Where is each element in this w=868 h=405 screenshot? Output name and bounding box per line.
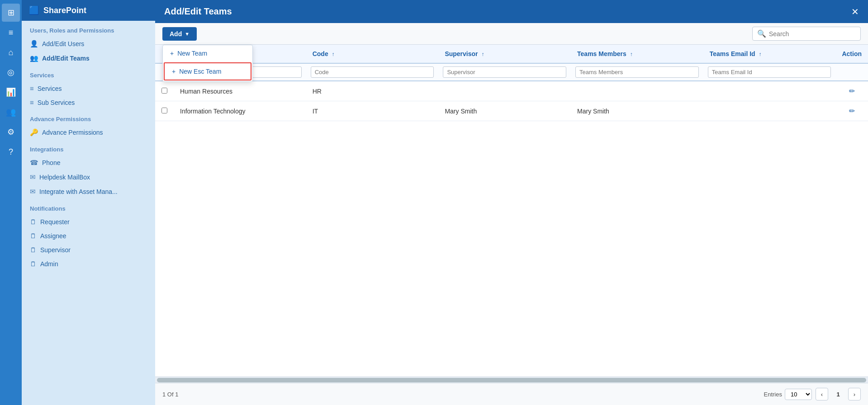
grid-icon[interactable]: ⊞ bbox=[2, 4, 20, 22]
sub-services-icon: ≡ bbox=[30, 99, 34, 106]
table-footer: 1 Of 1 Entries 10 25 50 100 ‹ 1 › bbox=[155, 383, 868, 405]
cell-teams-email-0 bbox=[703, 81, 836, 101]
chevron-down-icon: ▼ bbox=[185, 31, 190, 37]
table-header-row: Name ↑ Code ↑ Supervisor ↑ Teams Members… bbox=[155, 45, 868, 63]
dropdown-item-new-esc-team[interactable]: + New Esc Team bbox=[164, 62, 251, 80]
sidebar-label-add-edit-teams: Add/Edit Teams bbox=[42, 55, 90, 62]
add-button[interactable]: Add ▼ bbox=[162, 27, 197, 41]
asset-icon: ✉ bbox=[30, 188, 36, 196]
plus-icon-new-esc-team: + bbox=[172, 68, 175, 75]
sidebar-label-sub-services: Sub Services bbox=[38, 99, 75, 106]
page-info: 1 Of 1 bbox=[162, 391, 178, 398]
teams-table: Name ↑ Code ↑ Supervisor ↑ Teams Members… bbox=[155, 45, 868, 121]
filter-code-input[interactable] bbox=[311, 66, 434, 78]
cell-code-1: IT bbox=[306, 101, 439, 121]
row-checkbox-0[interactable] bbox=[161, 88, 167, 94]
sidebar-item-phone[interactable]: ☎ Phone bbox=[22, 155, 155, 170]
sidebar-item-advance-permissions[interactable]: 🔑 Advance Permissions bbox=[22, 125, 155, 140]
filter-supervisor-cell[interactable] bbox=[438, 63, 571, 81]
edit-icon-1[interactable]: ✏ bbox=[849, 107, 855, 115]
add-label: Add bbox=[170, 30, 182, 38]
filter-teams-email-input[interactable] bbox=[708, 66, 831, 78]
sidebar: 🟦 SharePoint Users, Roles and Permission… bbox=[22, 0, 155, 405]
sidebar-item-helpdesk-mailbox[interactable]: ✉ Helpdesk MailBox bbox=[22, 170, 155, 184]
app-title: SharePoint bbox=[43, 6, 86, 15]
filter-supervisor-input[interactable] bbox=[443, 66, 566, 78]
admin-icon: 🗒 bbox=[30, 260, 37, 268]
cell-name-1: Information Technology bbox=[174, 101, 306, 121]
toolbar: Add ▼ + New Team + New Esc Team 🔍 bbox=[155, 23, 868, 45]
sidebar-label-services: Services bbox=[38, 85, 62, 92]
sidebar-item-admin[interactable]: 🗒 Admin bbox=[22, 257, 155, 271]
sidebar-item-add-edit-users[interactable]: 👤 Add/Edit Users bbox=[22, 37, 155, 51]
settings-icon[interactable]: ⚙ bbox=[2, 123, 20, 141]
header-supervisor: Supervisor ↑ bbox=[438, 45, 571, 63]
sort-teams-email-icon: ↑ bbox=[759, 51, 762, 57]
cell-teams-members-0 bbox=[571, 81, 703, 101]
user-icon: 👤 bbox=[30, 40, 38, 48]
header-code: Code ↑ bbox=[306, 45, 439, 63]
home-icon[interactable]: ⌂ bbox=[2, 43, 20, 61]
sidebar-label-requester: Requester bbox=[40, 218, 70, 226]
close-button[interactable]: ✕ bbox=[851, 7, 859, 16]
next-page-button[interactable]: › bbox=[848, 388, 861, 400]
sidebar-label-advance-permissions: Advance Permissions bbox=[42, 129, 103, 136]
sidebar-item-requester[interactable]: 🗒 Requester bbox=[22, 215, 155, 229]
current-page: 1 bbox=[832, 388, 844, 400]
filter-teams-members-input[interactable] bbox=[575, 66, 699, 78]
cell-supervisor-1: Mary Smith bbox=[438, 101, 571, 121]
sidebar-item-assignee[interactable]: 🗒 Assignee bbox=[22, 229, 155, 243]
search-circle-icon[interactable]: ◎ bbox=[2, 63, 20, 81]
key-icon: 🔑 bbox=[30, 128, 38, 137]
table-row: Human Resources HR ✏ bbox=[155, 81, 868, 101]
search-icon: 🔍 bbox=[757, 29, 766, 38]
dialog-title: Add/Edit Teams bbox=[164, 6, 232, 17]
filter-teams-email-cell[interactable] bbox=[703, 63, 836, 81]
sort-teams-members-icon: ↑ bbox=[630, 51, 633, 57]
new-team-label: New Team bbox=[177, 50, 207, 57]
scrollbar-thumb[interactable] bbox=[157, 378, 866, 382]
sidebar-item-supervisor[interactable]: 🗒 Supervisor bbox=[22, 243, 155, 257]
section-integrations-title: Integrations bbox=[22, 140, 155, 155]
chart-icon[interactable]: 📊 bbox=[2, 83, 20, 101]
filter-row bbox=[155, 63, 868, 81]
cell-teams-members-1: Mary Smith bbox=[571, 101, 703, 121]
requester-icon: 🗒 bbox=[30, 218, 37, 226]
help-icon[interactable]: ? bbox=[2, 143, 20, 161]
section-users-roles: Users, Roles and Permissions bbox=[22, 21, 155, 37]
sidebar-item-sub-services[interactable]: ≡ Sub Services bbox=[22, 95, 155, 109]
sort-supervisor-icon: ↑ bbox=[481, 51, 484, 57]
sidebar-label-helpdesk-mailbox: Helpdesk MailBox bbox=[39, 174, 90, 181]
cell-code-0: HR bbox=[306, 81, 439, 101]
icon-rail: ⊞ ≡ ⌂ ◎ 📊 👥 ⚙ ? bbox=[0, 0, 22, 405]
sidebar-item-integrate-asset[interactable]: ✉ Integrate with Asset Mana... bbox=[22, 184, 155, 199]
row-checkbox-1[interactable] bbox=[161, 108, 167, 113]
table-container: Name ↑ Code ↑ Supervisor ↑ Teams Members… bbox=[155, 45, 868, 377]
sidebar-label-phone: Phone bbox=[42, 159, 60, 166]
sidebar-label-admin: Admin bbox=[40, 260, 58, 268]
sidebar-label-assignee: Assignee bbox=[40, 232, 66, 240]
filter-code-cell[interactable] bbox=[306, 63, 439, 81]
sort-code-icon: ↑ bbox=[332, 51, 335, 57]
search-box[interactable]: 🔍 bbox=[752, 27, 861, 41]
filter-teams-members-cell[interactable] bbox=[571, 63, 703, 81]
phone-icon: ☎ bbox=[30, 159, 38, 167]
hamburger-icon[interactable]: ≡ bbox=[2, 24, 20, 42]
assignee-icon: 🗒 bbox=[30, 232, 37, 240]
people-icon[interactable]: 👥 bbox=[2, 103, 20, 121]
section-notifications-title: Notifications bbox=[22, 199, 155, 215]
entries-dropdown[interactable]: 10 25 50 100 bbox=[785, 389, 812, 400]
services-icon: ≡ bbox=[30, 85, 34, 92]
section-permissions-title: Advance Permissions bbox=[22, 109, 155, 125]
search-input[interactable] bbox=[769, 30, 856, 38]
prev-page-button[interactable]: ‹ bbox=[816, 388, 828, 400]
sidebar-item-add-edit-teams[interactable]: 👥 Add/Edit Teams bbox=[22, 51, 155, 66]
sharepoint-logo: 🟦 bbox=[29, 5, 39, 15]
sidebar-item-services[interactable]: ≡ Services bbox=[22, 81, 155, 95]
horizontal-scrollbar[interactable] bbox=[155, 377, 868, 383]
header-action: Action bbox=[835, 45, 868, 63]
edit-icon-0[interactable]: ✏ bbox=[849, 87, 855, 95]
table-row: Information Technology IT Mary Smith Mar… bbox=[155, 101, 868, 121]
cell-teams-email-1 bbox=[703, 101, 836, 121]
dropdown-item-new-team[interactable]: + New Team bbox=[163, 45, 252, 61]
